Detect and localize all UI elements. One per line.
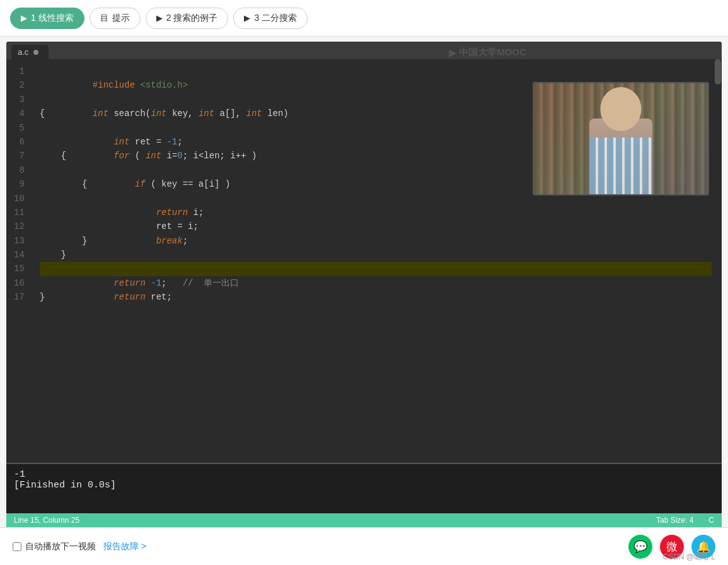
status-tab-size: Tab Size: 4 (656, 516, 693, 525)
scrollbar[interactable] (714, 59, 722, 463)
editor-body: 1 2 3 4 5 6 7 8 9 10 11 12 13 14 15 16 1… (6, 59, 722, 463)
main-content: ▶ 中国大学MOOC a.c 1 2 3 4 5 6 7 8 9 10 (0, 37, 728, 527)
scrollbar-thumb[interactable] (715, 59, 721, 84)
top-nav: ▶ 1 线性搜索 目 提示 ▶ 2 搜索的例子 ▶ 3 二分搜索 (0, 0, 728, 37)
auto-play-checkbox[interactable]: 自动播放下一视频 (13, 541, 96, 552)
tab-filename: a.c (18, 47, 28, 57)
report-link[interactable]: 报告故障 > (103, 541, 146, 552)
wechat-button[interactable]: 💬 (628, 535, 652, 559)
bottom-bar: 自动播放下一视频 报告故障 > 💬 微 🔔 (0, 527, 728, 565)
editor-tab-ac[interactable]: a.c (11, 45, 49, 59)
mooc-logo: ▶ 中国大学MOOC (449, 47, 526, 59)
mooc-icon: ▶ (449, 47, 456, 59)
auto-play-input[interactable] (13, 542, 21, 551)
nav-label-linear-search: 1 线性搜索 (31, 13, 74, 24)
code-line-1: #include <stdio.h> (40, 64, 712, 78)
nav-label-hint: 提示 (112, 13, 130, 24)
code-line-15: return -1; // 单一出口 (40, 262, 712, 276)
editor-tabs: a.c (6, 42, 722, 59)
play-icon-2: ▶ (156, 13, 163, 23)
nav-btn-linear-search[interactable]: ▶ 1 线性搜索 (10, 8, 84, 29)
nav-btn-hint[interactable]: 目 提示 (90, 8, 141, 29)
play-icon-3: ▶ (244, 13, 250, 23)
nav-btn-binary-search[interactable]: ▶ 3 二分搜索 (233, 8, 308, 29)
nav-label-binary-search: 3 二分搜索 (254, 13, 297, 24)
video-overlay (533, 82, 709, 195)
nav-label-search-example: 2 搜索的例子 (166, 13, 218, 24)
line-numbers: 1 2 3 4 5 6 7 8 9 10 11 12 13 14 15 16 1… (6, 59, 30, 463)
output-line-1: -1 (14, 469, 714, 480)
output-line-2: [Finished in 0.0s] (14, 480, 714, 491)
auto-play-label: 自动播放下一视频 (25, 541, 96, 552)
bottom-left: 自动播放下一视频 报告故障 > (13, 541, 146, 552)
code-line-14: } (40, 248, 712, 262)
code-editor: ▶ 中国大学MOOC a.c 1 2 3 4 5 6 7 8 9 10 (6, 42, 722, 463)
output-area: -1 [Finished in 0.0s] (6, 463, 722, 513)
status-position: Line 15, Column 25 (14, 516, 79, 525)
status-bar: Line 15, Column 25 Tab Size: 4 C (6, 513, 722, 527)
footer-credit: CSDN @嗯哈 L (662, 552, 715, 562)
video-person (534, 83, 708, 194)
wechat-icon: 💬 (633, 540, 647, 554)
status-right: Tab Size: 4 C (656, 516, 714, 525)
status-lang: C (708, 516, 714, 525)
list-icon: 目 (100, 13, 108, 24)
tab-close-dot (33, 50, 38, 55)
include-keyword: #include (93, 80, 135, 90)
play-icon: ▶ (21, 13, 27, 23)
nav-btn-search-example[interactable]: ▶ 2 搜索的例子 (146, 8, 229, 29)
